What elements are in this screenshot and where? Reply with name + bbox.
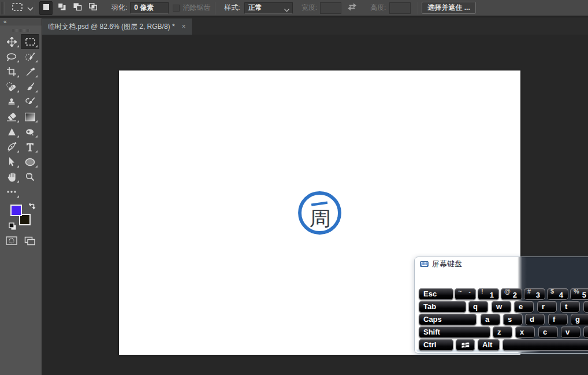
add-to-selection-button[interactable]	[55, 1, 68, 15]
key-q[interactable]: q	[468, 301, 488, 313]
flyout-triangle-icon	[17, 90, 19, 92]
select-and-mask-button[interactable]: 选择并遮住 ...	[422, 2, 475, 14]
key-v[interactable]: v	[561, 326, 580, 338]
zoom-tool[interactable]	[21, 169, 39, 184]
tab-close-icon[interactable]: ×	[182, 23, 186, 30]
type-tool[interactable]	[21, 139, 39, 154]
key-Caps[interactable]: Caps	[419, 314, 477, 325]
foreground-color-swatch[interactable]	[10, 205, 22, 216]
width-input[interactable]	[320, 2, 341, 14]
key-label: Ctrl	[423, 340, 436, 349]
key-shift-symbol: $	[550, 288, 554, 295]
on-screen-keyboard[interactable]: 屏幕键盘 Esc~`!1@2#3$4%5TabqwertyCapsasdfgSh…	[414, 257, 588, 354]
default-colors-icon[interactable]	[9, 222, 17, 233]
key-1[interactable]: !1	[478, 288, 499, 300]
quick-mask-button[interactable]	[6, 236, 17, 247]
intersect-selection-icon	[88, 2, 98, 13]
key-Shift[interactable]: Shift	[419, 326, 490, 338]
key-label: r	[542, 302, 545, 311]
clone-stamp-tool[interactable]	[2, 94, 21, 109]
move-tool[interactable]	[2, 34, 21, 49]
edit-toolbar[interactable]	[2, 184, 21, 199]
toolbar-grip[interactable]	[12, 29, 29, 32]
eraser-tool[interactable]	[2, 109, 21, 124]
history-brush-tool[interactable]	[21, 94, 39, 109]
key-g[interactable]: g	[571, 314, 588, 325]
intersect-selection-button[interactable]	[86, 1, 99, 15]
key-w[interactable]: w	[492, 301, 511, 313]
add-to-selection-icon	[57, 2, 66, 13]
key-label: c	[543, 328, 547, 336]
spot-healing-tool[interactable]	[2, 79, 21, 94]
style-label: 样式:	[224, 3, 240, 13]
key-Tab[interactable]: Tab	[419, 301, 466, 313]
key-t[interactable]: t	[560, 301, 580, 313]
key-label: Shift	[423, 328, 440, 336]
key-c[interactable]: c	[538, 326, 558, 338]
tool-preset-picker[interactable]	[12, 2, 34, 14]
height-input[interactable]	[389, 2, 411, 14]
move-icon	[7, 37, 17, 47]
key-5[interactable]: %5	[570, 288, 588, 300]
key-Alt[interactable]: Alt	[478, 339, 500, 351]
blur-tool[interactable]	[2, 124, 21, 139]
key-win[interactable]	[456, 339, 475, 351]
key-a[interactable]: a	[481, 314, 500, 325]
screen-mode-button[interactable]	[24, 236, 36, 248]
type-icon	[26, 143, 34, 151]
key-z[interactable]: z	[493, 326, 512, 338]
key-Esc[interactable]: Esc	[419, 288, 453, 300]
flyout-triangle-icon	[17, 135, 19, 138]
feather-input[interactable]: 0 像素	[130, 2, 169, 14]
collapse-toolbar-icon[interactable]: «	[3, 18, 6, 25]
subtract-from-selection-button[interactable]	[70, 1, 84, 15]
eyedropper-tool[interactable]	[21, 64, 39, 79]
key-e[interactable]: e	[514, 301, 534, 313]
osk-titlebar[interactable]: 屏幕键盘	[420, 259, 462, 269]
flyout-triangle-icon	[17, 195, 19, 198]
separator	[215, 2, 215, 14]
quick-selection-tool[interactable]	[21, 49, 39, 64]
swap-width-height-icon[interactable]	[347, 2, 358, 14]
key-Ctrl[interactable]: Ctrl	[419, 339, 453, 351]
style-dropdown[interactable]: 正常	[244, 2, 293, 14]
swap-colors-icon[interactable]	[28, 203, 36, 214]
new-selection-button[interactable]	[39, 1, 53, 15]
key-y[interactable]: y	[583, 301, 588, 313]
toolbar: «	[0, 18, 42, 375]
brush-tool[interactable]	[21, 79, 39, 94]
key-b[interactable]: b	[583, 326, 588, 338]
key-shift-symbol: @	[504, 288, 511, 295]
key-main-char: `	[468, 291, 471, 299]
logo-bar	[311, 202, 328, 206]
key-d[interactable]: d	[525, 314, 545, 325]
flyout-triangle-icon	[35, 60, 38, 62]
style-value: 正常	[248, 3, 262, 13]
hand-tool[interactable]	[2, 169, 21, 184]
key-s[interactable]: s	[503, 314, 523, 325]
key-r[interactable]: r	[537, 301, 557, 313]
lasso-tool[interactable]	[2, 49, 21, 64]
path-selection-tool[interactable]	[2, 154, 21, 169]
ellipse-tool[interactable]	[21, 154, 39, 169]
flyout-triangle-icon	[17, 105, 19, 107]
key-4[interactable]: $4	[547, 288, 568, 300]
dodge-tool[interactable]	[21, 124, 39, 139]
options-bar-grip[interactable]	[1, 2, 5, 14]
document-tab[interactable]: 临时文档.psd @ 82.6% (图层 2, RGB/8) * ×	[42, 18, 192, 35]
gradient-tool[interactable]	[21, 109, 39, 124]
key-`[interactable]: ~`	[455, 288, 476, 300]
key-x[interactable]: x	[515, 326, 535, 338]
key-space[interactable]	[503, 339, 588, 351]
anti-alias-checkbox[interactable]	[173, 5, 180, 12]
key-label: a	[485, 315, 489, 324]
rectangular-marquee-tool[interactable]	[21, 34, 39, 49]
key-f[interactable]: f	[548, 314, 568, 325]
key-label: e	[519, 302, 523, 311]
key-3[interactable]: #3	[524, 288, 545, 300]
key-main-char: 5	[582, 291, 586, 299]
crop-tool[interactable]	[2, 64, 21, 79]
eraser-icon	[6, 113, 17, 121]
key-2[interactable]: @2	[501, 288, 522, 300]
pen-tool[interactable]	[2, 139, 21, 154]
